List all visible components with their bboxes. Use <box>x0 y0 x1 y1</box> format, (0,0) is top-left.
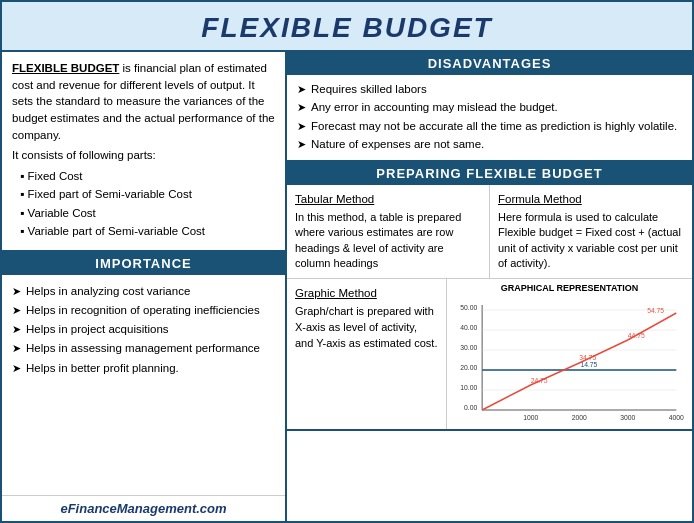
disadvantages-list: Requires skilled labors Any error in acc… <box>287 75 692 160</box>
graphic-row: Graphic Method Graph/chart is prepared w… <box>287 279 692 429</box>
footer-brand: eFinanceManagement.com <box>2 495 285 521</box>
formula-method: Formula Method Here formula is used to c… <box>490 185 692 278</box>
tabular-method: Tabular Method In this method, a table i… <box>287 185 490 278</box>
svg-text:50.00: 50.00 <box>460 304 477 311</box>
list-item: Any error in accounting may mislead the … <box>297 99 682 116</box>
list-item: Fixed Cost <box>20 168 275 185</box>
right-column: DISADVANTAGES Requires skilled labors An… <box>287 52 692 521</box>
svg-text:20.00: 20.00 <box>460 364 477 371</box>
svg-text:40.00: 40.00 <box>460 324 477 331</box>
list-item: Requires skilled labors <box>297 81 682 98</box>
graphic-title: Graphic Method <box>295 285 438 302</box>
disadvantages-header: DISADVANTAGES <box>287 52 692 75</box>
list-item: Helps in assessing management performanc… <box>12 340 275 357</box>
importance-section: IMPORTANCE Helps in analyzing cost varia… <box>2 252 285 495</box>
list-item: Helps in project acquisitions <box>12 321 275 338</box>
svg-text:3000: 3000 <box>620 414 635 421</box>
svg-text:10.00: 10.00 <box>460 384 477 391</box>
content-area: FLEXIBLE BUDGET is financial plan of est… <box>2 52 692 521</box>
svg-text:54.75: 54.75 <box>647 307 664 314</box>
svg-text:0.00: 0.00 <box>464 404 477 411</box>
svg-text:1000: 1000 <box>523 414 538 421</box>
importance-header: IMPORTANCE <box>2 252 285 275</box>
svg-text:2000: 2000 <box>572 414 587 421</box>
list-item: Variable part of Semi-variable Cost <box>20 223 275 240</box>
methods-row: Tabular Method In this method, a table i… <box>287 185 692 279</box>
list-item: Fixed part of Semi-variable Cost <box>20 186 275 203</box>
definition-box: FLEXIBLE BUDGET is financial plan of est… <box>2 52 285 252</box>
svg-text:44.75: 44.75 <box>628 332 645 339</box>
preparing-header: PREPARING FLEXIBLE BUDGET <box>287 162 692 185</box>
svg-text:34.75: 34.75 <box>579 354 596 361</box>
page-wrapper: FLEXIBLE BUDGET FLEXIBLE BUDGET is finan… <box>0 0 694 523</box>
chart-area: GRAPHICAL REPRESENTATION 0.00 10.00 20.0… <box>447 279 692 429</box>
svg-text:4000: 4000 <box>669 414 684 421</box>
list-item: Helps in better profit planning. <box>12 360 275 377</box>
disadvantages-section: DISADVANTAGES Requires skilled labors An… <box>287 52 692 162</box>
parts-intro: It consists of following parts: <box>12 147 275 164</box>
parts-list: Fixed Cost Fixed part of Semi-variable C… <box>20 168 275 241</box>
chart-title: GRAPHICAL REPRESENTATION <box>501 283 639 293</box>
list-item: Forecast may not be accurate all the tim… <box>297 118 682 135</box>
tabular-text: In this method, a table is prepared wher… <box>295 211 461 269</box>
list-item: Helps in recognition of operating ineffi… <box>12 302 275 319</box>
importance-items: Helps in analyzing cost variance Helps i… <box>12 283 275 377</box>
importance-list: Helps in analyzing cost variance Helps i… <box>2 275 285 387</box>
formula-title: Formula Method <box>498 191 684 207</box>
definition-term: FLEXIBLE BUDGET <box>12 62 119 74</box>
preparing-section: PREPARING FLEXIBLE BUDGET Tabular Method… <box>287 162 692 431</box>
svg-text:30.00: 30.00 <box>460 344 477 351</box>
list-item: Helps in analyzing cost variance <box>12 283 275 300</box>
left-column: FLEXIBLE BUDGET is financial plan of est… <box>2 52 287 521</box>
graphic-text-content: Graph/chart is prepared with X-axis as l… <box>295 305 437 349</box>
list-item: Nature of expenses are not same. <box>297 136 682 153</box>
svg-text:24.75: 24.75 <box>531 377 548 384</box>
disadvantages-items: Requires skilled labors Any error in acc… <box>297 81 682 153</box>
list-item: Variable Cost <box>20 205 275 222</box>
formula-text: Here formula is used to calculate Flexib… <box>498 211 681 269</box>
graphic-method: Graphic Method Graph/chart is prepared w… <box>287 279 447 429</box>
chart-svg: 0.00 10.00 20.00 30.00 40.00 50.00 <box>453 295 686 425</box>
page-title: FLEXIBLE BUDGET <box>2 2 692 52</box>
tabular-title: Tabular Method <box>295 191 481 207</box>
